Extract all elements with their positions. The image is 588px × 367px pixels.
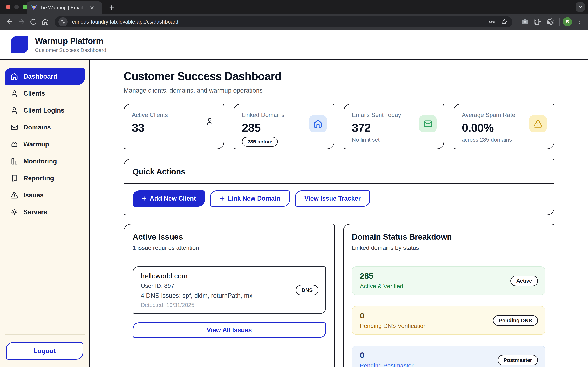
flame-icon	[10, 141, 18, 148]
status-badge: Postmaster	[498, 355, 538, 366]
site-settings-icon[interactable]	[59, 17, 68, 26]
status-label: Active & Verified	[360, 283, 537, 290]
button-label: Add New Client	[150, 195, 196, 202]
home-icon[interactable]	[40, 17, 50, 27]
sun-icon	[10, 208, 18, 216]
app-logo	[11, 36, 28, 53]
sidebar-item-issues[interactable]: Issues	[5, 187, 85, 204]
window-minimize-button[interactable]	[14, 5, 19, 9]
domain-status-subtitle: Linked domains by status	[352, 244, 545, 251]
bookmark-star-icon[interactable]	[500, 17, 509, 26]
home-icon	[10, 73, 18, 80]
password-key-icon[interactable]	[488, 17, 496, 26]
window-controls	[6, 5, 27, 9]
page-subtitle: Manage clients, domains, and warmup oper…	[124, 87, 554, 94]
sidebar-label: Domains	[24, 124, 51, 131]
sidebar-item-domains[interactable]: Domains	[5, 119, 85, 136]
link-new-domain-button[interactable]: Link New Domain	[210, 191, 290, 207]
domain-status-panel: Domain Status Breakdown Linked domains b…	[343, 224, 554, 367]
sidebar-label: Warmup	[24, 141, 49, 148]
browser-tab[interactable]: Tie Warmup | Email Deliverabi	[26, 1, 102, 14]
quick-actions-title: Quick Actions	[133, 167, 545, 176]
new-tab-button[interactable]	[107, 3, 116, 12]
stats-row: Active Clients 33 Linked Domains 285 285…	[124, 104, 554, 149]
screenshot-extension-icon[interactable]	[520, 17, 529, 26]
app-title: Warmup Platform	[35, 36, 106, 46]
plus-icon	[219, 196, 225, 201]
stat-card-linked-domains: Linked Domains 285 285 active	[234, 104, 334, 149]
tab-close-icon[interactable]	[90, 5, 95, 10]
issue-detected-date: Detected: 10/31/2025	[141, 302, 318, 308]
back-icon[interactable]	[5, 17, 15, 27]
logout-button[interactable]: Logout	[6, 342, 83, 360]
sidebar-item-servers[interactable]: Servers	[5, 204, 85, 221]
user-icon	[206, 117, 214, 126]
sidebar-label: Servers	[24, 209, 47, 216]
sidebar-item-clients[interactable]: Clients	[5, 85, 85, 102]
sidebar: Dashboard Clients Client Logins Domains …	[0, 60, 90, 367]
mail-icon	[419, 115, 437, 133]
forward-icon[interactable]	[17, 17, 26, 27]
receipt-icon	[10, 175, 18, 182]
menu-kebab-icon[interactable]	[575, 17, 583, 26]
tab-title: Tie Warmup | Email Deliverabi	[40, 5, 87, 10]
stat-value: 33	[132, 121, 216, 134]
stat-subtext: across 285 domains	[462, 136, 546, 143]
button-label: Link New Domain	[228, 195, 280, 202]
add-new-client-button[interactable]: Add New Client	[133, 191, 205, 207]
alert-triangle-icon	[10, 191, 18, 199]
tab-search-button[interactable]	[576, 2, 585, 12]
status-row-pending-dns: 0 Pending DNS Verification Pending DNS	[352, 306, 545, 335]
sidebar-item-dashboard[interactable]: Dashboard	[5, 68, 85, 85]
alert-triangle-icon	[529, 115, 547, 133]
favicon	[30, 4, 37, 11]
stat-label: Active Clients	[132, 111, 216, 118]
active-issues-subtitle: 1 issue requires attention	[133, 244, 326, 251]
columns-icon	[10, 158, 18, 165]
sidebar-item-reporting[interactable]: Reporting	[5, 170, 85, 187]
profile-avatar[interactable]: B	[563, 17, 572, 26]
user-icon	[10, 90, 18, 97]
user-icon	[10, 107, 18, 114]
active-issues-title: Active Issues	[133, 232, 326, 242]
sidebar-footer: Logout	[5, 334, 85, 360]
stat-card-spam-rate: Average Spam Rate 0.00% across 285 domai…	[454, 104, 554, 149]
stat-subtext: No limit set	[352, 136, 436, 143]
sidebar-label: Clients	[24, 90, 45, 97]
reload-icon[interactable]	[28, 17, 38, 27]
browser-toolbar: curious-foundry-lab.lovable.app/cs/dashb…	[0, 14, 588, 30]
video-extension-icon[interactable]	[533, 17, 542, 26]
sidebar-item-warmup[interactable]: Warmup	[5, 136, 85, 153]
sidebar-label: Monitoring	[24, 158, 57, 165]
status-badge: Pending DNS	[493, 315, 538, 326]
issue-item[interactable]: helloworld.com User ID: 897 4 DNS issues…	[133, 266, 326, 314]
domain-status-title: Domain Status Breakdown	[352, 232, 545, 242]
status-row-active: 285 Active & Verified Active	[352, 266, 545, 295]
sidebar-label: Dashboard	[24, 73, 57, 80]
sidebar-item-client-logins[interactable]: Client Logins	[5, 102, 85, 119]
status-badge: Active	[510, 275, 538, 286]
sidebar-label: Reporting	[24, 175, 54, 182]
sidebar-item-monitoring[interactable]: Monitoring	[5, 153, 85, 170]
page-title: Customer Success Dashboard	[124, 70, 554, 83]
stat-card-emails-sent: Emails Sent Today 372 No limit set	[344, 104, 444, 149]
view-issue-tracker-button[interactable]: View Issue Tracker	[295, 191, 370, 207]
status-row-pending-postmaster: 0 Pending Postmaster Postmaster	[352, 346, 545, 367]
extensions-puzzle-icon[interactable]	[546, 17, 555, 26]
app-header: Warmup Platform Customer Success Dashboa…	[0, 30, 588, 60]
url-text: curious-foundry-lab.lovable.app/cs/dashb…	[72, 19, 178, 25]
url-bar[interactable]: curious-foundry-lab.lovable.app/cs/dashb…	[55, 16, 512, 27]
browser-chrome: Tie Warmup | Email Deliverabi	[0, 0, 588, 30]
house-icon	[309, 115, 327, 133]
view-all-issues-button[interactable]: View All Issues	[133, 322, 326, 338]
toolbar-divider	[559, 18, 560, 25]
plus-icon	[141, 196, 147, 201]
app-subtitle: Customer Success Dashboard	[35, 47, 106, 53]
button-label: View Issue Tracker	[304, 195, 361, 202]
sidebar-label: Client Logins	[24, 107, 64, 114]
tab-strip: Tie Warmup | Email Deliverabi	[0, 0, 588, 14]
sidebar-label: Issues	[24, 192, 43, 199]
main-content: Customer Success Dashboard Manage client…	[90, 60, 588, 367]
window-close-button[interactable]	[6, 5, 10, 9]
issue-domain: helloworld.com	[141, 272, 318, 280]
